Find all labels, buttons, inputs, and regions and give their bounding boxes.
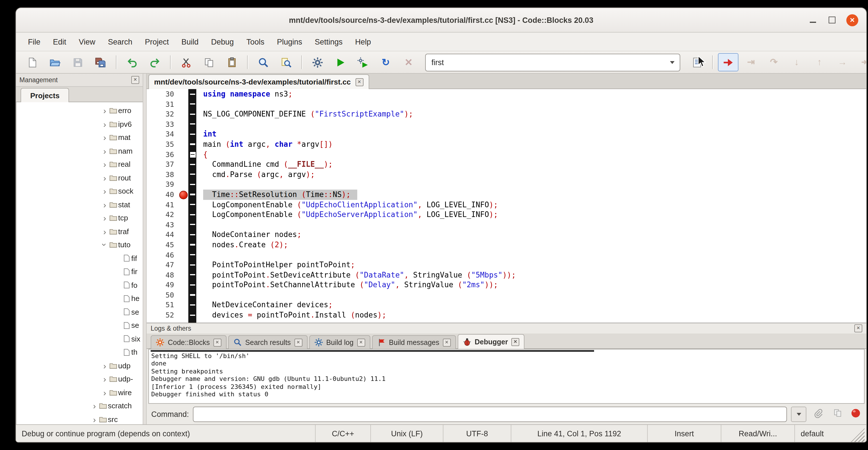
fold-margin[interactable] bbox=[188, 219, 196, 230]
tree-item-udp-[interactable]: ›udp- bbox=[17, 372, 143, 386]
step-out-button[interactable]: ↑ bbox=[809, 53, 830, 71]
fold-margin[interactable] bbox=[188, 170, 196, 180]
next-line-button[interactable]: ↷ bbox=[764, 53, 784, 71]
chevron-down-icon[interactable] bbox=[665, 54, 680, 70]
fold-margin[interactable] bbox=[188, 260, 196, 270]
fold-margin[interactable] bbox=[188, 280, 196, 290]
fold-margin[interactable] bbox=[188, 149, 196, 159]
find-in-files-button[interactable] bbox=[276, 53, 296, 71]
logs-tab-build-messages[interactable]: Build messages✕ bbox=[372, 335, 456, 349]
open-file-button[interactable] bbox=[44, 53, 65, 71]
fold-margin[interactable] bbox=[188, 189, 196, 200]
code-line[interactable]: 44 NodeContainer nodes; bbox=[147, 230, 866, 240]
stop-debugger-button[interactable] bbox=[849, 408, 862, 420]
close-icon[interactable]: ✕ bbox=[355, 78, 363, 86]
find-button[interactable] bbox=[253, 53, 273, 71]
code-line[interactable]: 34int bbox=[147, 129, 866, 139]
breakpoint-margin[interactable] bbox=[178, 300, 188, 310]
breakpoint-margin[interactable] bbox=[178, 240, 188, 250]
chevron-right-icon[interactable]: › bbox=[101, 147, 108, 155]
fold-margin[interactable] bbox=[188, 200, 196, 210]
breakpoint-margin[interactable] bbox=[178, 170, 188, 180]
tree-item-fif[interactable]: fif bbox=[17, 251, 143, 265]
tree-item-fir[interactable]: fir bbox=[17, 265, 143, 278]
tree-item-real[interactable]: ›real bbox=[17, 158, 143, 171]
chevron-right-icon[interactable]: › bbox=[101, 361, 108, 370]
breakpoint-margin[interactable] bbox=[178, 290, 188, 300]
tree-item-six[interactable]: six bbox=[17, 332, 143, 346]
debug-continue-button[interactable] bbox=[718, 53, 739, 71]
menu-debug[interactable]: Debug bbox=[205, 35, 240, 48]
fold-margin[interactable] bbox=[188, 129, 196, 139]
tree-item-se[interactable]: se bbox=[17, 305, 143, 319]
line-number[interactable]: 37 bbox=[147, 159, 178, 169]
chevron-right-icon[interactable]: › bbox=[101, 133, 108, 142]
fold-margin[interactable] bbox=[188, 159, 196, 169]
breakpoint-margin[interactable] bbox=[178, 270, 188, 280]
tree-item-se[interactable]: se bbox=[17, 319, 143, 332]
code-line[interactable]: 30using namespace ns3; bbox=[147, 89, 866, 99]
chevron-right-icon[interactable]: › bbox=[101, 174, 108, 182]
code-line[interactable]: 36{ bbox=[147, 149, 866, 159]
line-number[interactable]: 40 bbox=[147, 189, 178, 200]
tree-item-fo[interactable]: fo bbox=[17, 278, 143, 292]
code-line[interactable]: 43 bbox=[147, 219, 866, 230]
tree-item-he[interactable]: he bbox=[17, 292, 143, 305]
code-line[interactable]: 47 PointToPointHelper pointToPoint; bbox=[147, 260, 866, 270]
code-line[interactable]: 33 bbox=[147, 119, 866, 129]
line-number[interactable]: 49 bbox=[147, 280, 178, 290]
tree-item-stat[interactable]: ›stat bbox=[17, 198, 143, 211]
attach-button[interactable] bbox=[810, 406, 826, 422]
code-line[interactable]: 41 LogComponentEnable ("UdpEchoClientApp… bbox=[147, 200, 866, 210]
code-line[interactable]: 50 bbox=[147, 290, 866, 300]
close-icon[interactable]: ✕ bbox=[131, 76, 139, 84]
close-button[interactable]: ✕ bbox=[846, 14, 858, 26]
menu-search[interactable]: Search bbox=[101, 35, 139, 48]
chevron-right-icon[interactable]: › bbox=[101, 227, 108, 236]
title-bar[interactable]: mnt/dev/tools/source/ns-3-dev/examples/t… bbox=[16, 8, 866, 33]
code-line[interactable]: 35main (int argc, char *argv[]) bbox=[147, 139, 866, 149]
fold-margin[interactable] bbox=[188, 300, 196, 310]
build-and-run-button[interactable] bbox=[353, 53, 373, 71]
line-number[interactable]: 35 bbox=[147, 139, 178, 149]
tree-item-ipv6[interactable]: ›ipv6 bbox=[17, 117, 143, 131]
line-number[interactable]: 48 bbox=[147, 270, 178, 280]
paste-button[interactable] bbox=[221, 53, 242, 71]
fold-margin[interactable] bbox=[188, 250, 196, 260]
fold-margin[interactable] bbox=[188, 89, 196, 99]
line-number[interactable]: 36 bbox=[147, 149, 178, 159]
code-line[interactable]: 42 LogComponentEnable ("UdpEchoServerApp… bbox=[147, 210, 866, 219]
tree-item-src[interactable]: ›src bbox=[17, 413, 143, 424]
code-line[interactable]: 49 pointToPoint.SetChannelAttribute ("De… bbox=[147, 280, 866, 290]
close-icon[interactable]: ✕ bbox=[213, 338, 221, 347]
chevron-right-icon[interactable]: › bbox=[101, 388, 108, 397]
tree-item-wire[interactable]: ›wire bbox=[17, 386, 143, 399]
tree-item-nam[interactable]: ›nam bbox=[17, 144, 143, 158]
code-line[interactable]: 32NS_LOG_COMPONENT_DEFINE ("FirstScriptE… bbox=[147, 109, 866, 119]
chevron-right-icon[interactable]: › bbox=[101, 375, 108, 384]
build-button[interactable] bbox=[307, 53, 328, 71]
copy-button[interactable] bbox=[198, 53, 219, 71]
fold-margin[interactable] bbox=[188, 290, 196, 300]
chevron-right-icon[interactable]: › bbox=[101, 187, 108, 196]
line-number[interactable]: 43 bbox=[147, 219, 178, 230]
breakpoint-margin[interactable] bbox=[178, 189, 188, 200]
panel-splitter[interactable] bbox=[143, 74, 147, 424]
chevron-right-icon[interactable]: › bbox=[101, 160, 108, 169]
undo-button[interactable] bbox=[122, 53, 142, 71]
code-line[interactable]: 46 bbox=[147, 250, 866, 260]
line-number[interactable]: 32 bbox=[147, 109, 178, 119]
line-number[interactable]: 34 bbox=[147, 129, 178, 139]
tree-item-sock[interactable]: ›sock bbox=[17, 184, 143, 198]
search-input[interactable] bbox=[426, 58, 665, 66]
tree-item-th[interactable]: th bbox=[17, 346, 143, 359]
tree-item-scratch[interactable]: ›scratch bbox=[17, 399, 143, 413]
run-button[interactable] bbox=[330, 53, 350, 71]
tree-item-erro[interactable]: ›erro bbox=[17, 104, 143, 117]
tree-item-udp[interactable]: ›udp bbox=[17, 359, 143, 372]
line-number[interactable]: 47 bbox=[147, 260, 178, 270]
chevron-down-icon[interactable]: › bbox=[100, 241, 109, 249]
line-number[interactable]: 50 bbox=[147, 290, 178, 300]
tree-item-rout[interactable]: ›rout bbox=[17, 171, 143, 184]
code-line[interactable]: 48 pointToPoint.SetDeviceAttribute ("Dat… bbox=[147, 270, 866, 280]
